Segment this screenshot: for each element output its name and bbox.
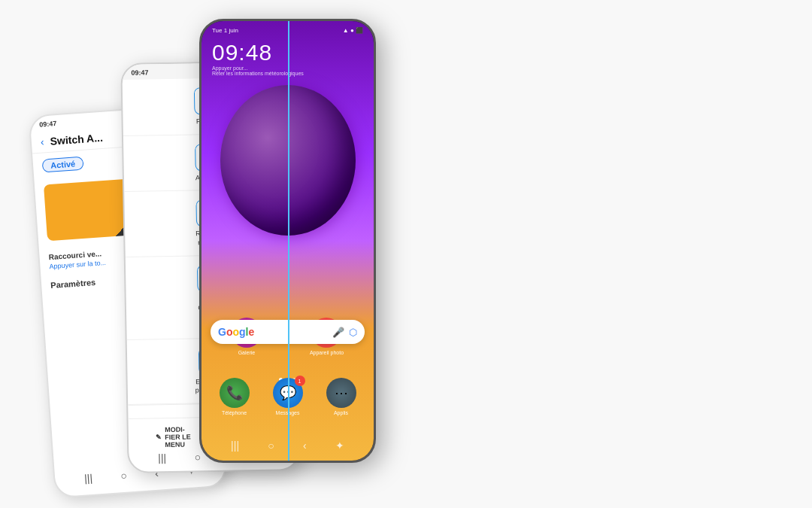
phone-back-time: 09:47 (39, 120, 57, 129)
split-line (288, 21, 290, 461)
phone-front-date: Tue 1 juin (212, 27, 238, 34)
phone-icon: 📞 (220, 378, 250, 408)
apps-button[interactable]: ⋯ Applis (326, 378, 356, 415)
modify-menu-button[interactable]: ✎ MODI-FIER LEMENU (156, 425, 191, 449)
phone-app-label: Téléphone (222, 410, 247, 415)
modify-menu-label: MODI-FIER LEMENU (165, 425, 191, 449)
nav-recent-icon[interactable]: ||| (231, 440, 239, 452)
photo-label: Appareil photo (310, 350, 344, 355)
apps-icon: ⋯ (326, 378, 356, 408)
nav-recent-icon[interactable]: ||| (83, 472, 92, 485)
nav-accessibility-icon[interactable]: ✦ (335, 440, 344, 452)
phone-mid-time: 09:47 (131, 68, 148, 76)
phone-symbol: 📞 (226, 385, 243, 401)
galerie-label: Galerie (238, 350, 256, 355)
google-logo: Google (218, 326, 254, 338)
phone-front-status-icons: ▲ ● ⬛ (343, 27, 363, 34)
mic-icon[interactable]: 🎤 (332, 327, 344, 338)
apps-label: Applis (334, 410, 348, 415)
lens-icon[interactable]: ⬡ (349, 327, 357, 338)
nav-home-icon[interactable]: ○ (268, 440, 274, 452)
nav-recent-icon[interactable]: ||| (158, 452, 166, 464)
apps-symbol: ⋯ (335, 385, 348, 401)
messages-badge: 1 (295, 376, 305, 386)
pencil-icon: ✎ (156, 433, 162, 441)
phone-app[interactable]: 📞 Téléphone (220, 378, 250, 415)
phone-front: Tue 1 juin ▲ ● ⬛ 09:48 Appuyer pour... R… (199, 19, 376, 463)
nav-back-icon[interactable]: ‹ (303, 440, 307, 452)
back-arrow-icon[interactable]: ‹ (40, 135, 44, 148)
nav-home-icon[interactable]: ○ (194, 451, 201, 463)
nav-home-icon[interactable]: ○ (120, 470, 128, 482)
activated-badge: Activé (42, 157, 84, 173)
phone-back-title: Switch A... (50, 132, 103, 148)
